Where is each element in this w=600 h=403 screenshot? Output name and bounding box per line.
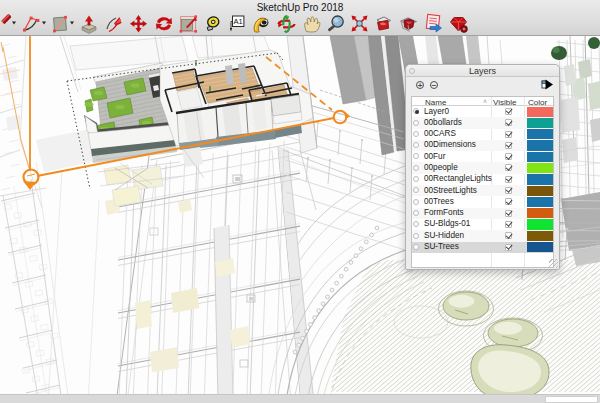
svg-text:A1: A1 [234,17,243,26]
